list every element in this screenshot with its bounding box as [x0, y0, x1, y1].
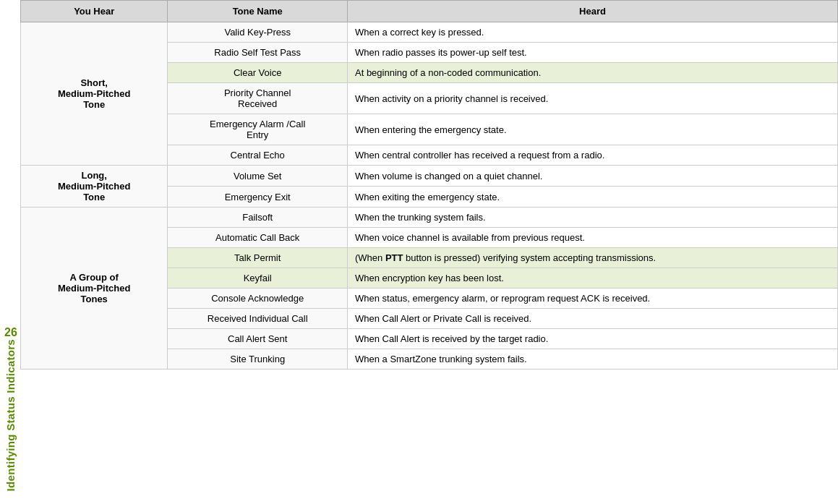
cell-tone-name: Automatic Call Back — [168, 228, 348, 248]
cell-tone-name: Radio Self Test Pass — [168, 43, 348, 63]
cell-you-hear: Long,Medium-PitchedTone — [21, 166, 168, 208]
cell-tone-name: Valid Key-Press — [168, 22, 348, 43]
table-row: A Group ofMedium-PitchedTonesFailsoftWhe… — [21, 208, 838, 228]
cell-tone-name: Emergency Exit — [168, 187, 348, 208]
header-you-hear: You Hear — [21, 1, 168, 22]
cell-heard: When encryption key has been lost. — [347, 268, 837, 289]
cell-heard: When a SmartZone trunking system fails. — [347, 349, 837, 370]
cell-tone-name: Failsoft — [168, 208, 348, 228]
cell-heard: When exiting the emergency state. — [347, 187, 837, 208]
page-number: 26 — [4, 326, 17, 339]
cell-heard: When Call Alert or Private Call is recei… — [347, 309, 837, 329]
cell-tone-name: Received Individual Call — [168, 309, 348, 329]
cell-tone-name: Call Alert Sent — [168, 329, 348, 349]
table-row: Short,Medium-PitchedToneValid Key-PressW… — [21, 22, 838, 43]
cell-heard: When a correct key is pressed. — [347, 22, 837, 43]
cell-heard: When radio passes its power-up self test… — [347, 43, 837, 63]
cell-heard: When entering the emergency state. — [347, 114, 837, 145]
cell-tone-name: Emergency Alarm /CallEntry — [168, 114, 348, 145]
cell-heard: When Call Alert is received by the targe… — [347, 329, 837, 349]
cell-you-hear: A Group ofMedium-PitchedTones — [21, 208, 168, 370]
cell-heard: (When PTT button is pressed) verifying s… — [347, 248, 837, 268]
table-row: Long,Medium-PitchedToneVolume SetWhen vo… — [21, 166, 838, 187]
header-heard: Heard — [347, 1, 837, 22]
cell-heard: When activity on a priority channel is r… — [347, 83, 837, 114]
cell-you-hear: Short,Medium-PitchedTone — [21, 22, 168, 166]
cell-tone-name: Priority ChannelReceived — [168, 83, 348, 114]
sidebar: 26 Identifying Status Indicators — [0, 0, 20, 504]
cell-heard: When voice channel is available from pre… — [347, 228, 837, 248]
cell-heard: When the trunking system fails. — [347, 208, 837, 228]
sidebar-title: Identifying Status Indicators — [4, 339, 17, 491]
cell-tone-name: Console Acknowledge — [168, 289, 348, 309]
main-content: You Hear Tone Name Heard Short,Medium-Pi… — [20, 0, 838, 504]
cell-heard: When central controller has received a r… — [347, 145, 837, 166]
cell-heard: When volume is changed on a quiet channe… — [347, 166, 837, 187]
header-tone-name: Tone Name — [168, 1, 348, 22]
cell-tone-name: Central Echo — [168, 145, 348, 166]
cell-tone-name: Volume Set — [168, 166, 348, 187]
cell-heard: When status, emergency alarm, or reprogr… — [347, 289, 837, 309]
cell-tone-name: Keyfail — [168, 268, 348, 289]
footer-area — [20, 370, 838, 504]
cell-heard: At beginning of a non-coded communicatio… — [347, 63, 837, 83]
cell-tone-name: Talk Permit — [168, 248, 348, 268]
cell-tone-name: Site Trunking — [168, 349, 348, 370]
cell-tone-name: Clear Voice — [168, 63, 348, 83]
status-indicators-table: You Hear Tone Name Heard Short,Medium-Pi… — [20, 0, 838, 370]
